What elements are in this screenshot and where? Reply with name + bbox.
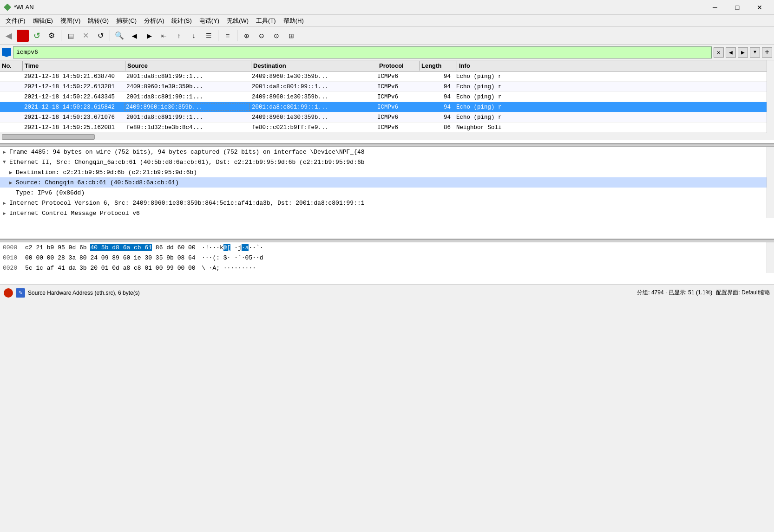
menu-item-v[interactable]: 视图(V) [57, 16, 84, 26]
detail-row[interactable]: ▶Internet Control Message Protocol v6 [0, 208, 767, 218]
toolbar-close-file-btn[interactable]: ✕ [79, 29, 92, 42]
hscroll-thumb[interactable] [2, 134, 95, 140]
cell-time: 2021-12-18 14:50:22.643345 [22, 94, 125, 100]
packet-row[interactable]: 2021-12-18 14:50:23.615842 2409:8960:1e3… [0, 102, 767, 112]
cell-info: Echo (ping) r [454, 104, 767, 110]
cell-dst: 2409:8960:1e30:359b... [250, 114, 375, 121]
filter-arrow-left-btn[interactable]: ◀ [726, 47, 736, 58]
status-middle-text: 分组: 4794 · 已显示: 51 (1.1%) [637, 289, 712, 297]
bytes-row[interactable]: 001000 00 00 28 3a 80 24 09 89 60 1e 30 … [0, 253, 767, 263]
detail-row[interactable]: ▶Internet Protocol Version 6, Src: 2409:… [0, 198, 767, 208]
title-bar: *WLAN ─ □ ✕ [0, 0, 774, 15]
menu-item-e[interactable]: 编辑(E) [29, 16, 57, 26]
detail-row[interactable]: ▶Source: Chongqin_6a:cb:61 (40:5b:d8:6a:… [0, 177, 767, 188]
toolbar-layout-btn[interactable]: ⊞ [284, 29, 298, 42]
toolbar-sep-3 [218, 30, 218, 41]
cell-time: 2021-12-18 14:50:22.613281 [22, 84, 125, 90]
filter-input[interactable] [13, 46, 712, 58]
packet-bytes-main: 0000c2 21 b9 95 9d 6b 40 5b d8 6a cb 61 … [0, 242, 767, 273]
menu-item-f[interactable]: 文件(F) [2, 16, 29, 26]
col-header-source: Source [125, 62, 251, 69]
toolbar-sep-1 [61, 30, 61, 41]
menu-item-t[interactable]: 工具(T) [252, 16, 280, 26]
detail-row[interactable]: ▼Ethernet II, Src: Chongqin_6a:cb:61 (40… [0, 157, 767, 167]
bytes-ascii: \ ·A; ········· [202, 265, 764, 272]
title-text: *WLAN [14, 4, 34, 11]
detail-row[interactable]: ▶Type: IPv6 (0x86dd) [0, 188, 767, 198]
toolbar-zoomout-btn[interactable]: ⊖ [255, 29, 269, 42]
cell-info: Echo (ping) r [454, 94, 767, 100]
toolbar-options-btn[interactable]: ⚙ [45, 29, 59, 42]
packet-list-main: No. Time Source Destination Protocol Len… [0, 60, 767, 133]
menu-item-w[interactable]: 无线(W) [223, 16, 252, 26]
toolbar-file-btn[interactable]: ▤ [64, 29, 78, 42]
packet-list-hscroll[interactable] [0, 133, 774, 140]
detail-row-text: Frame 4485: 94 bytes on wire (752 bits),… [9, 149, 365, 156]
packet-row[interactable]: 2021-12-18 14:50:23.671076 2001:da8:c801… [0, 112, 767, 123]
maximize-button[interactable]: □ [727, 0, 748, 14]
expand-icon[interactable]: ▶ [3, 149, 9, 155]
packet-row[interactable]: 2021-12-18 14:50:22.613281 2409:8960:1e3… [0, 82, 767, 92]
packet-list-scrollbar[interactable] [767, 60, 774, 133]
expand-icon[interactable]: ▶ [3, 200, 9, 206]
toolbar-filter-btn[interactable]: ≡ [221, 29, 235, 42]
packet-bytes-scrollbar[interactable] [767, 242, 774, 273]
cell-proto: ICMPv6 [375, 94, 417, 100]
menu-item-g[interactable]: 跳转(G) [84, 16, 112, 26]
bullet-icon: ▶ [9, 169, 16, 175]
title-bar-left: *WLAN [4, 4, 34, 11]
detail-row[interactable]: ▶Frame 4485: 94 bytes on wire (752 bits)… [0, 147, 767, 157]
cell-proto: ICMPv6 [375, 84, 417, 90]
close-button[interactable]: ✕ [749, 0, 770, 14]
bytes-offset: 0020 [3, 265, 25, 272]
packet-row[interactable]: 2021-12-18 14:50:21.638740 2001:da8:c801… [0, 71, 767, 82]
status-icon-blue[interactable]: ✎ [16, 288, 25, 298]
menu-item-y[interactable]: 电话(Y) [196, 16, 223, 26]
menu-item-a[interactable]: 分析(A) [140, 16, 168, 26]
toolbar-up-btn[interactable]: ↑ [172, 29, 186, 42]
menu-item-h[interactable]: 帮助(H) [280, 16, 308, 26]
toolbar-zoomin-btn[interactable]: ⊕ [240, 29, 254, 42]
menu-item-c[interactable]: 捕获(C) [112, 16, 140, 26]
packet-row[interactable]: 2021-12-18 14:50:22.643345 2001:da8:c801… [0, 92, 767, 102]
toolbar-first-btn[interactable]: ⇤ [157, 29, 171, 42]
packet-list-row-container: No. Time Source Destination Protocol Len… [0, 60, 774, 133]
bytes-row[interactable]: 00205c 1c af 41 da 3b 20 01 0d a8 c8 01 … [0, 263, 767, 273]
detail-row-text: Internet Protocol Version 6, Src: 2409:8… [9, 200, 365, 207]
filter-bookmark-icon[interactable] [2, 48, 11, 57]
filter-dropdown-btn[interactable]: ▼ [750, 47, 760, 58]
detail-row-text: Source: Chongqin_6a:cb:61 (40:5b:d8:6a:c… [16, 179, 179, 186]
cell-len: 86 [417, 124, 454, 131]
bytes-row[interactable]: 0000c2 21 b9 95 9d 6b 40 5b d8 6a cb 61 … [0, 242, 767, 253]
status-icon-red[interactable] [4, 288, 13, 298]
menu-item-s[interactable]: 统计(S) [168, 16, 195, 26]
toolbar-find-btn[interactable]: 🔍 [112, 29, 126, 42]
filter-add-btn[interactable]: + [762, 47, 772, 58]
status-left-text: Source Hardware Address (eth.src), 6 byt… [28, 290, 140, 296]
collapse-icon[interactable]: ▼ [3, 159, 9, 165]
toolbar-zoomreset-btn[interactable]: ⊙ [269, 29, 283, 42]
detail-row-text: Destination: c2:21:b9:95:9d:6b (c2:21:b9… [16, 169, 197, 176]
cell-len: 94 [417, 73, 454, 80]
toolbar-reload-btn[interactable]: ↺ [93, 29, 107, 42]
cell-proto: ICMPv6 [375, 114, 417, 121]
toolbar: ◀ ↺ ⚙ ▤ ✕ ↺ 🔍 ◀ ▶ ⇤ ↑ ↓ ☰ ≡ ⊕ ⊖ ⊙ ⊞ [0, 27, 774, 45]
cell-info: Echo (ping) r [454, 73, 767, 80]
packet-row[interactable]: 2021-12-18 14:50:25.162081 fe80::1d32:be… [0, 123, 767, 133]
status-right-text: 配置界面: Default缩略 [716, 289, 770, 297]
expand-icon[interactable]: ▶ [3, 210, 9, 216]
minimize-button[interactable]: ─ [704, 0, 726, 14]
toolbar-prev-btn[interactable]: ◀ [127, 29, 141, 42]
filter-clear-btn[interactable]: ✕ [714, 47, 724, 58]
detail-row[interactable]: ▶Destination: c2:21:b9:95:9d:6b (c2:21:b… [0, 167, 767, 177]
toolbar-open-btn[interactable]: ◀ [2, 29, 16, 42]
toolbar-down-btn[interactable]: ↓ [187, 29, 201, 42]
toolbar-next-btn[interactable]: ▶ [142, 29, 156, 42]
cell-dst: 2409:8960:1e30:359b... [250, 73, 375, 80]
toolbar-stop-btn[interactable] [17, 30, 29, 42]
filter-arrow-right-btn[interactable]: ▶ [738, 47, 748, 58]
toolbar-restart-btn[interactable]: ↺ [30, 29, 44, 42]
toolbar-list-btn[interactable]: ☰ [202, 29, 216, 42]
packet-detail-scrollbar[interactable] [767, 147, 774, 218]
col-header-no: No. [0, 62, 22, 69]
